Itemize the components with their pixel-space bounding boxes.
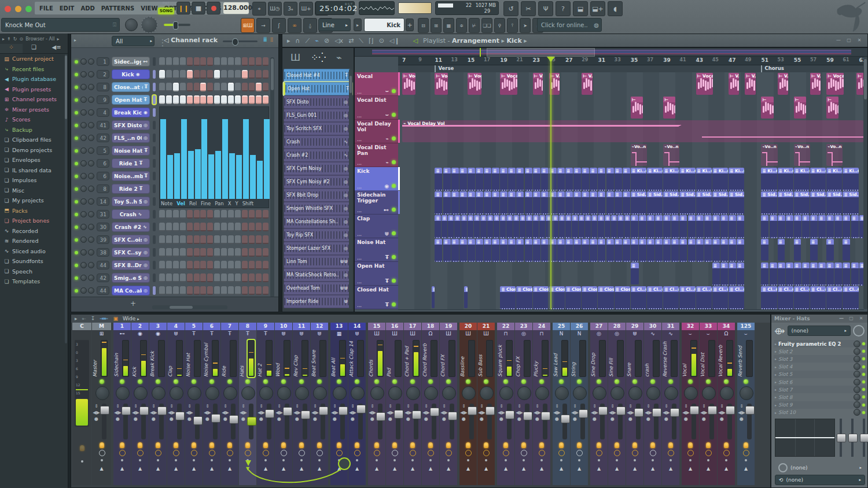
picker-item-ma-staticshock-retro-[interactable]: MA StaticShock Retro..◎ [284, 268, 351, 282]
strip-enable-led[interactable] [374, 379, 379, 384]
strip-route-arrow[interactable]: ▲ [682, 466, 699, 471]
strip-fader[interactable] [618, 404, 623, 439]
graph-bar[interactable] [174, 153, 180, 199]
track-mute-led[interactable] [392, 113, 396, 117]
strip-number[interactable]: 27 [590, 323, 608, 330]
strip-enable-led[interactable] [209, 379, 214, 384]
strip-clock-icon[interactable] [299, 450, 305, 456]
channel-button-crash[interactable]: Crash∿ [112, 209, 150, 219]
step-7[interactable] [200, 83, 206, 91]
pattern-clip[interactable]: ≣ [696, 239, 704, 262]
automation-clip-step[interactable]: ⌁Vo..n [631, 144, 647, 166]
add-channel-button[interactable]: + [130, 300, 136, 308]
strip-sep-icon[interactable]: ⇕ [440, 404, 448, 409]
pattern-clip[interactable]: ≣ Ki..#2 [663, 168, 679, 191]
channel-number[interactable]: 8 [97, 184, 109, 193]
step-12[interactable] [235, 57, 241, 66]
pattern-clip[interactable]: ≣ [487, 215, 493, 238]
channel-preview-slot[interactable] [153, 210, 156, 219]
pattern-clip[interactable]: ≣ [623, 239, 630, 262]
step-6[interactable] [194, 273, 200, 282]
strip-clock-icon[interactable] [558, 450, 565, 456]
channel-enable-led[interactable] [75, 264, 78, 267]
strip-mute-lamp[interactable] [392, 442, 397, 448]
step-8[interactable] [207, 210, 213, 219]
strip-mute-lamp[interactable] [706, 442, 711, 448]
strip-fader-cap[interactable] [670, 408, 679, 417]
step-7[interactable] [200, 235, 206, 244]
keys-plus-icon[interactable]: Ш+ [299, 2, 313, 16]
pattern-clip[interactable]: ≣ Sid..2 [826, 191, 842, 215]
strip-fader[interactable] [123, 404, 128, 439]
time-display[interactable]: B:S:T 25:04:02 [315, 1, 355, 15]
fx-slot-enable-led[interactable] [862, 388, 865, 391]
strip-enable-led[interactable] [156, 379, 160, 384]
touch-panel-button[interactable]: ➤ [520, 18, 531, 33]
picker-tab-automation-icon[interactable]: ⌁ [336, 52, 342, 63]
strip-enable-led[interactable] [539, 379, 544, 384]
strip-width-icon[interactable]: ◀▶ [404, 410, 412, 415]
strip-pan-knob[interactable] [646, 386, 660, 400]
strip-fader[interactable] [562, 404, 567, 439]
automation-clip-step[interactable]: ⌁Vo..n [826, 144, 843, 166]
fx-slot-arrow-icon[interactable]: ▸ [775, 380, 777, 384]
pattern-clip[interactable]: ≣ [623, 168, 630, 191]
strip-sep-icon[interactable]: ⇕ [738, 404, 745, 409]
strip-number[interactable]: 25 [553, 323, 570, 330]
step-4[interactable] [180, 83, 186, 91]
mixer-strip-sine-drop[interactable]: 27◎Sine Drop⇕◀▶●▲ [590, 323, 608, 485]
pattern-clip[interactable]: ≣ Cl..#3 [696, 286, 712, 309]
picker-item-linn-tom[interactable]: Linn Tom⋓⋓ [284, 255, 351, 268]
strip-number[interactable]: 30 [644, 323, 661, 330]
pattern-clip[interactable]: ≣ [639, 239, 646, 262]
strip-clock-icon[interactable] [705, 450, 712, 456]
select-icon[interactable]: ⌈⌋ [369, 37, 374, 45]
pattern-clip[interactable]: ≣ [615, 239, 622, 262]
mic-icon[interactable]: Ψ [538, 1, 553, 16]
step-10[interactable] [221, 57, 227, 66]
strip-number[interactable]: M [92, 323, 111, 330]
fx-input-selector[interactable]: (none) ▸ [788, 326, 851, 336]
playlist-track-vocal[interactable]: Vocal...⌣ [355, 72, 398, 96]
mixer-strip-noise-cymbal[interactable]: 6ŦNoise Cymbal⇕◀▶●▲ [203, 323, 220, 485]
graph-bar[interactable] [250, 155, 256, 199]
channel-preview-slot[interactable] [153, 108, 156, 117]
step-1[interactable] [159, 95, 165, 104]
pattern-clip[interactable]: ≣ Sid..2 [647, 191, 663, 215]
channel-volume-knob[interactable] [88, 97, 94, 103]
fx-slot-7[interactable]: ▸Slot 7 [774, 386, 866, 393]
graph-bar[interactable] [257, 161, 263, 199]
step-9[interactable] [214, 210, 220, 219]
step-1[interactable] [159, 235, 165, 244]
eq-slider-3[interactable] [863, 419, 865, 457]
pattern-clip[interactable]: ≣ [647, 215, 654, 238]
strip-mute-lamp[interactable] [446, 442, 451, 448]
strip-width-icon[interactable]: ◀▶ [93, 410, 100, 415]
browser-item-project-bones[interactable]: ❏Project bones [0, 216, 68, 226]
audio-clip[interactable]: ⊢ V..l [778, 73, 788, 95]
step-3[interactable] [173, 210, 179, 219]
pattern-clip[interactable]: ≣ Cl..#3 [826, 286, 842, 309]
step-11[interactable] [228, 286, 234, 295]
pattern-clip[interactable]: ≣ [623, 191, 630, 215]
channel-number[interactable]: 31 [97, 210, 109, 219]
browser-item-mixer-presets[interactable]: ≑Mixer presets [0, 105, 68, 115]
mixer-strip-crash[interactable]: 30∿crash⇕◀▶●▲ [644, 323, 661, 485]
playlist-track-open-hat[interactable]: Open Hat...Ŧ [355, 262, 398, 286]
pattern-clip[interactable]: ≣ [500, 215, 506, 238]
pattern-clip[interactable]: ≣ [598, 168, 605, 191]
playlist-track-vocal-dist[interactable]: Vocal Dist...⌣ [355, 96, 398, 120]
channel-enable-led[interactable] [75, 276, 78, 280]
picker-item-sfx-disto[interactable]: SFX Disto◎ [284, 95, 351, 109]
strip-fader-cap[interactable] [412, 411, 421, 419]
pattern-clip[interactable]: ≣ [770, 263, 777, 286]
browser-item-rendered[interactable]: ≋Rendered [0, 236, 68, 246]
strip-clock-icon[interactable] [245, 450, 251, 456]
strip-enable-led[interactable] [227, 379, 232, 384]
pattern-clip[interactable]: ≣ Ki..#2 [679, 168, 695, 191]
strip-route-arrow[interactable]: ▲ [348, 466, 366, 471]
channel-enable-led[interactable] [75, 238, 78, 242]
strip-fader-cap[interactable] [745, 406, 755, 415]
step-4[interactable] [180, 235, 186, 244]
marker-chorus[interactable]: Chorus [761, 65, 788, 72]
